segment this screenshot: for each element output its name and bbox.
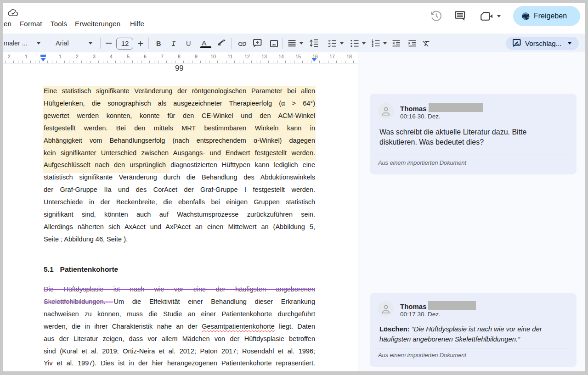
- svg-text:3: 3: [372, 44, 373, 47]
